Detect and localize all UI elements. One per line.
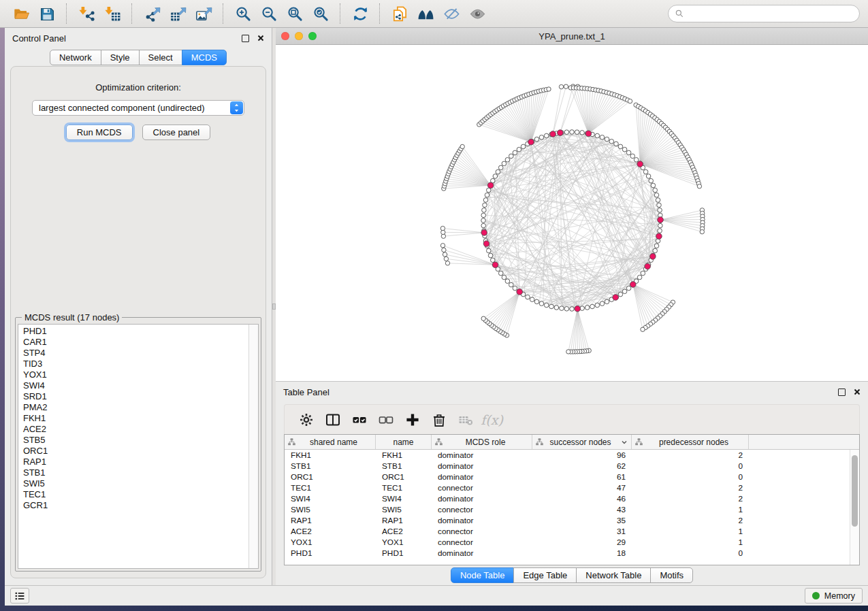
tab-node-table[interactable]: Node Table	[451, 567, 515, 583]
split-columns-icon	[325, 412, 341, 428]
mcds-node-item[interactable]: TID3	[23, 359, 248, 369]
column-header-name[interactable]: name	[376, 435, 432, 449]
zoom-selected-button[interactable]	[310, 3, 332, 24]
mcds-node-item[interactable]: PHD1	[23, 326, 248, 337]
table-row[interactable]: ORC1ORC1dominator610	[285, 472, 859, 482]
float-button[interactable]	[838, 389, 846, 396]
cell-predecessor-nodes: 0	[632, 461, 749, 471]
deselect-all-checkboxes-button[interactable]	[372, 408, 399, 432]
save-session-button[interactable]	[36, 3, 58, 24]
close-icon[interactable]	[257, 35, 264, 42]
run-mcds-button[interactable]: Run MCDS	[66, 125, 133, 140]
task-history-button[interactable]	[10, 588, 29, 604]
cell-shared-name: SWI5	[285, 505, 376, 514]
table-row[interactable]: STB1STB1dominator620	[285, 461, 859, 472]
mcds-node-item[interactable]: ORC1	[23, 446, 248, 457]
mcds-list-scrollbar[interactable]	[248, 325, 258, 568]
table-row[interactable]: ACE2ACE2connector311	[285, 526, 859, 537]
cell-name: ORC1	[376, 472, 432, 482]
mcds-node-item[interactable]: STP4	[23, 348, 248, 359]
toolbar-icons	[8, 3, 490, 24]
mcds-node-item[interactable]: FKH1	[23, 413, 248, 424]
mcds-node-item[interactable]: STB5	[23, 435, 248, 446]
settings-gear-button[interactable]	[293, 408, 319, 432]
search-input[interactable]	[688, 8, 853, 20]
table-row[interactable]: PHD1PHD1dominator180	[285, 548, 859, 559]
export-network-icon	[144, 5, 161, 22]
network-canvas[interactable]	[276, 45, 868, 382]
column-header-mcds-role[interactable]: MCDS role	[432, 435, 532, 449]
table-row[interactable]: YOX1YOX1connector291	[285, 537, 859, 548]
cell-mcds-role: connector	[432, 527, 532, 536]
tab-mcds[interactable]: MCDS	[182, 50, 227, 65]
table-row[interactable]: RAP1RAP1dominator352	[285, 515, 859, 526]
tab-network[interactable]: Network	[50, 50, 101, 65]
table-row[interactable]: SWI4SWI4dominator462	[285, 493, 859, 504]
open-file-button[interactable]	[10, 3, 32, 24]
table-row[interactable]: TEC1TEC1connector472	[285, 482, 859, 493]
eye-hidden-button[interactable]	[440, 3, 462, 24]
export-network-button[interactable]	[141, 3, 163, 24]
cell-successor-nodes: 96	[532, 450, 632, 460]
mcds-node-item[interactable]: TEC1	[23, 489, 248, 500]
select-all-checkboxes-button[interactable]	[346, 408, 372, 432]
tree-icon	[536, 438, 543, 446]
mcds-node-item[interactable]: SWI4	[23, 380, 248, 391]
float-button[interactable]	[242, 35, 249, 42]
zoom-fit-button[interactable]	[284, 3, 306, 24]
scrollbar-thumb[interactable]	[852, 455, 858, 527]
mcds-node-item[interactable]: RAP1	[23, 457, 248, 467]
search-box[interactable]	[668, 5, 860, 22]
table-row[interactable]: FKH1FKH1dominator962	[285, 450, 859, 461]
close-icon[interactable]	[854, 389, 861, 395]
toolbar-separator	[66, 3, 67, 24]
column-header-shared-name[interactable]: shared name	[285, 435, 376, 449]
table-scrollbar[interactable]	[850, 450, 859, 565]
import-network-button[interactable]	[76, 3, 97, 24]
optimization-select[interactable]: largest connected component (undirected)	[32, 100, 244, 116]
mcds-panel: Optimization criterion: largest connecte…	[10, 66, 266, 578]
column-header-successor-nodes[interactable]: successor nodes	[532, 435, 632, 449]
cell-name: STB1	[376, 461, 432, 471]
column-header-predecessor-nodes[interactable]: predecessor nodes	[632, 435, 749, 449]
mcds-node-item[interactable]: SRD1	[23, 391, 248, 402]
mcds-node-item[interactable]: STB1	[23, 467, 248, 478]
mcds-node-item[interactable]: PMA2	[23, 402, 248, 413]
export-table-button[interactable]	[167, 3, 189, 24]
tree-icon	[635, 438, 643, 446]
mcds-node-item[interactable]: YOX1	[23, 369, 248, 380]
open-file-icon	[13, 5, 30, 22]
tab-style[interactable]: Style	[101, 50, 140, 65]
copy-document-button[interactable]	[389, 3, 411, 24]
mcds-node-item[interactable]: CAR1	[23, 337, 248, 348]
eye-hidden-icon	[443, 5, 460, 22]
delete-column-button[interactable]	[425, 408, 452, 432]
binoculars-button[interactable]	[415, 3, 436, 24]
tab-network-table[interactable]: Network Table	[576, 567, 651, 583]
cell-mcds-role: connector	[432, 538, 532, 547]
deselect-all-checkboxes-icon	[378, 412, 394, 428]
tab-edge-table[interactable]: Edge Table	[513, 567, 577, 583]
tab-motifs[interactable]: Motifs	[650, 567, 693, 583]
close-panel-button[interactable]: Close panel	[142, 125, 211, 140]
import-table-button[interactable]	[101, 3, 123, 24]
binoculars-icon	[417, 5, 434, 22]
table-row[interactable]: SWI5SWI5connector431	[285, 504, 859, 515]
zoom-out-button[interactable]	[258, 3, 280, 24]
split-columns-button[interactable]	[319, 408, 346, 432]
table-panel-header: Table Panel	[276, 382, 868, 402]
mcds-node-item[interactable]: ACE2	[23, 424, 248, 435]
cell-predecessor-nodes: 2	[632, 450, 749, 460]
network-window: YPA_prune.txt_1	[276, 28, 868, 381]
cell-successor-nodes: 47	[532, 483, 632, 493]
toolbar-separator	[131, 3, 133, 24]
add-column-button[interactable]	[399, 408, 425, 432]
eye-visible-button[interactable]	[466, 3, 488, 24]
mcds-node-item[interactable]: SWI5	[23, 478, 248, 489]
memory-button[interactable]: Memory	[805, 588, 863, 604]
refresh-view-button[interactable]	[349, 3, 371, 24]
export-image-button[interactable]	[193, 3, 214, 24]
zoom-in-button[interactable]	[232, 3, 254, 24]
tab-select[interactable]: Select	[139, 50, 182, 65]
mcds-node-item[interactable]: GCR1	[23, 500, 248, 511]
